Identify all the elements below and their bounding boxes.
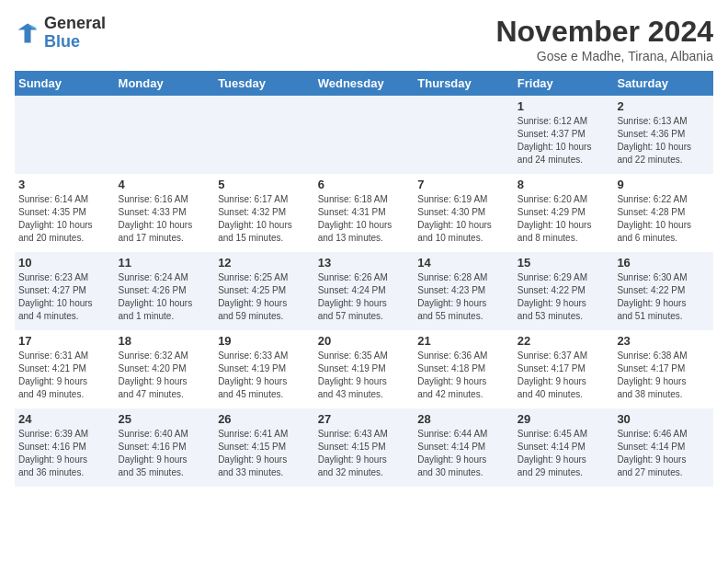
calendar-cell: 5Sunrise: 6:17 AM Sunset: 4:32 PM Daylig…	[214, 174, 314, 252]
weekday-header: Tuesday	[214, 71, 314, 96]
day-number: 28	[417, 412, 510, 426]
day-info: Sunrise: 6:14 AM Sunset: 4:35 PM Dayligh…	[18, 193, 111, 245]
day-number: 25	[119, 412, 211, 426]
day-number: 11	[119, 256, 211, 270]
day-number: 13	[318, 256, 411, 270]
day-info: Sunrise: 6:18 AM Sunset: 4:31 PM Dayligh…	[318, 193, 411, 245]
day-number: 10	[18, 256, 111, 270]
weekday-header: Friday	[514, 71, 614, 96]
day-info: Sunrise: 6:24 AM Sunset: 4:26 PM Dayligh…	[119, 271, 211, 323]
weekday-header: Saturday	[613, 71, 713, 96]
calendar-week-row: 3Sunrise: 6:14 AM Sunset: 4:35 PM Daylig…	[15, 174, 713, 252]
calendar-cell: 7Sunrise: 6:19 AM Sunset: 4:30 PM Daylig…	[414, 174, 514, 252]
day-info: Sunrise: 6:31 AM Sunset: 4:21 PM Dayligh…	[18, 350, 111, 401]
calendar-cell: 11Sunrise: 6:24 AM Sunset: 4:26 PM Dayli…	[115, 252, 215, 330]
calendar-week-row: 10Sunrise: 6:23 AM Sunset: 4:27 PM Dayli…	[15, 252, 713, 330]
weekday-header: Monday	[115, 71, 215, 96]
day-number: 12	[218, 256, 311, 270]
day-info: Sunrise: 6:32 AM Sunset: 4:20 PM Dayligh…	[119, 350, 211, 401]
calendar-week-row: 24Sunrise: 6:39 AM Sunset: 4:16 PM Dayli…	[15, 408, 713, 487]
day-number: 22	[518, 334, 610, 348]
day-number: 14	[417, 256, 510, 270]
calendar-cell: 21Sunrise: 6:36 AM Sunset: 4:18 PM Dayli…	[414, 330, 514, 408]
calendar-cell: 20Sunrise: 6:35 AM Sunset: 4:19 PM Dayli…	[314, 330, 415, 408]
calendar-cell: 6Sunrise: 6:18 AM Sunset: 4:31 PM Daylig…	[314, 174, 415, 252]
day-info: Sunrise: 6:37 AM Sunset: 4:17 PM Dayligh…	[518, 350, 610, 401]
calendar-cell: 10Sunrise: 6:23 AM Sunset: 4:27 PM Dayli…	[15, 252, 115, 330]
day-info: Sunrise: 6:38 AM Sunset: 4:17 PM Dayligh…	[617, 350, 710, 401]
day-number: 7	[417, 178, 510, 191]
day-number: 5	[218, 178, 311, 191]
calendar-cell: 15Sunrise: 6:29 AM Sunset: 4:22 PM Dayli…	[514, 252, 614, 330]
weekday-header: Wednesday	[314, 71, 415, 96]
calendar-cell: 17Sunrise: 6:31 AM Sunset: 4:21 PM Dayli…	[15, 330, 115, 408]
day-info: Sunrise: 6:44 AM Sunset: 4:14 PM Dayligh…	[417, 428, 510, 479]
day-number: 17	[18, 334, 111, 348]
day-info: Sunrise: 6:19 AM Sunset: 4:30 PM Dayligh…	[417, 193, 510, 245]
calendar-cell: 23Sunrise: 6:38 AM Sunset: 4:17 PM Dayli…	[613, 330, 713, 408]
day-info: Sunrise: 6:13 AM Sunset: 4:36 PM Dayligh…	[617, 115, 710, 167]
day-number: 3	[18, 178, 111, 191]
day-info: Sunrise: 6:41 AM Sunset: 4:15 PM Dayligh…	[218, 428, 311, 479]
calendar-cell: 29Sunrise: 6:45 AM Sunset: 4:14 PM Dayli…	[514, 408, 614, 487]
day-info: Sunrise: 6:28 AM Sunset: 4:23 PM Dayligh…	[417, 271, 510, 323]
calendar-cell: 22Sunrise: 6:37 AM Sunset: 4:17 PM Dayli…	[514, 330, 614, 408]
svg-marker-0	[18, 23, 38, 42]
logo-icon	[15, 20, 40, 46]
weekday-header-row: SundayMondayTuesdayWednesdayThursdayFrid…	[15, 71, 713, 96]
calendar-cell: 24Sunrise: 6:39 AM Sunset: 4:16 PM Dayli…	[15, 408, 115, 487]
calendar-cell	[314, 96, 415, 174]
calendar-cell: 26Sunrise: 6:41 AM Sunset: 4:15 PM Dayli…	[214, 408, 314, 487]
day-number: 29	[518, 412, 610, 426]
logo: General Blue	[15, 15, 106, 52]
calendar-cell	[414, 96, 514, 174]
calendar-cell: 14Sunrise: 6:28 AM Sunset: 4:23 PM Dayli…	[414, 252, 514, 330]
day-number: 6	[318, 178, 411, 191]
day-info: Sunrise: 6:45 AM Sunset: 4:14 PM Dayligh…	[518, 428, 610, 479]
day-info: Sunrise: 6:30 AM Sunset: 4:22 PM Dayligh…	[617, 271, 710, 323]
day-info: Sunrise: 6:39 AM Sunset: 4:16 PM Dayligh…	[18, 428, 111, 479]
day-number: 20	[318, 334, 411, 348]
day-number: 23	[617, 334, 710, 348]
logo-text: General Blue	[44, 15, 106, 52]
day-number: 21	[417, 334, 510, 348]
calendar-cell	[214, 96, 314, 174]
day-number: 24	[18, 412, 111, 426]
day-info: Sunrise: 6:40 AM Sunset: 4:16 PM Dayligh…	[119, 428, 211, 479]
day-info: Sunrise: 6:20 AM Sunset: 4:29 PM Dayligh…	[518, 193, 610, 245]
calendar-cell: 4Sunrise: 6:16 AM Sunset: 4:33 PM Daylig…	[115, 174, 215, 252]
calendar-cell: 28Sunrise: 6:44 AM Sunset: 4:14 PM Dayli…	[414, 408, 514, 487]
calendar-cell: 2Sunrise: 6:13 AM Sunset: 4:36 PM Daylig…	[613, 96, 713, 174]
weekday-header: Sunday	[15, 71, 115, 96]
day-number: 27	[318, 412, 411, 426]
location-subtitle: Gose e Madhe, Tirana, Albania	[495, 49, 713, 63]
day-number: 15	[518, 256, 610, 270]
day-info: Sunrise: 6:17 AM Sunset: 4:32 PM Dayligh…	[218, 193, 311, 245]
title-block: November 2024 Gose e Madhe, Tirana, Alba…	[495, 15, 713, 63]
calendar-cell: 25Sunrise: 6:40 AM Sunset: 4:16 PM Dayli…	[115, 408, 215, 487]
calendar-cell: 19Sunrise: 6:33 AM Sunset: 4:19 PM Dayli…	[214, 330, 314, 408]
day-info: Sunrise: 6:22 AM Sunset: 4:28 PM Dayligh…	[617, 193, 710, 245]
day-info: Sunrise: 6:33 AM Sunset: 4:19 PM Dayligh…	[218, 350, 311, 401]
day-number: 18	[119, 334, 211, 348]
day-info: Sunrise: 6:29 AM Sunset: 4:22 PM Dayligh…	[518, 271, 610, 323]
day-number: 30	[617, 412, 710, 426]
calendar-cell: 12Sunrise: 6:25 AM Sunset: 4:25 PM Dayli…	[214, 252, 314, 330]
calendar-cell: 8Sunrise: 6:20 AM Sunset: 4:29 PM Daylig…	[514, 174, 614, 252]
calendar-cell: 13Sunrise: 6:26 AM Sunset: 4:24 PM Dayli…	[314, 252, 415, 330]
calendar-cell: 27Sunrise: 6:43 AM Sunset: 4:15 PM Dayli…	[314, 408, 415, 487]
day-info: Sunrise: 6:12 AM Sunset: 4:37 PM Dayligh…	[518, 115, 610, 167]
day-number: 1	[518, 99, 610, 113]
calendar-week-row: 1Sunrise: 6:12 AM Sunset: 4:37 PM Daylig…	[15, 96, 713, 174]
calendar-cell	[15, 96, 115, 174]
calendar-cell: 18Sunrise: 6:32 AM Sunset: 4:20 PM Dayli…	[115, 330, 215, 408]
day-info: Sunrise: 6:25 AM Sunset: 4:25 PM Dayligh…	[218, 271, 311, 323]
day-number: 19	[218, 334, 311, 348]
calendar-cell: 16Sunrise: 6:30 AM Sunset: 4:22 PM Dayli…	[613, 252, 713, 330]
calendar-cell: 9Sunrise: 6:22 AM Sunset: 4:28 PM Daylig…	[613, 174, 713, 252]
calendar-cell: 30Sunrise: 6:46 AM Sunset: 4:14 PM Dayli…	[613, 408, 713, 487]
day-info: Sunrise: 6:26 AM Sunset: 4:24 PM Dayligh…	[318, 271, 411, 323]
calendar-table: SundayMondayTuesdayWednesdayThursdayFrid…	[15, 71, 713, 487]
day-info: Sunrise: 6:16 AM Sunset: 4:33 PM Dayligh…	[119, 193, 211, 245]
calendar-week-row: 17Sunrise: 6:31 AM Sunset: 4:21 PM Dayli…	[15, 330, 713, 408]
